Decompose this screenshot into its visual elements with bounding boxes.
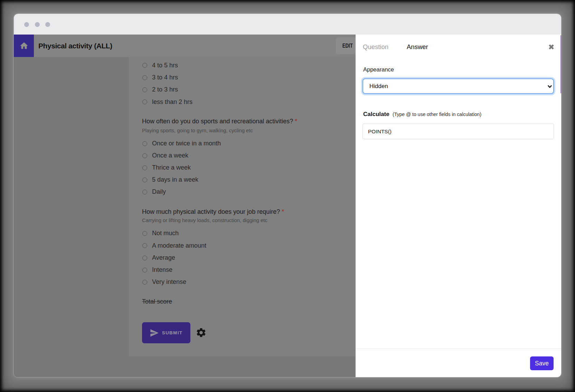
required-asterisk: * xyxy=(282,208,284,215)
chevron-down-icon xyxy=(548,85,552,89)
radio-option-label: Thrice a week xyxy=(152,164,191,171)
page-title: Physical activity (ALL) xyxy=(38,35,112,57)
browser-window: 4 to 5 hrs3 to 4 hrs2 to 3 hrsless than … xyxy=(14,14,561,377)
edit-button[interactable]: EDIT xyxy=(336,37,356,54)
radio-option-label: Daily xyxy=(152,188,166,195)
dimmed-form-area: 4 to 5 hrs3 to 4 hrs2 to 3 hrsless than … xyxy=(14,35,356,377)
window-titlebar xyxy=(14,14,561,35)
radio-option-row[interactable]: less than 2 hrs xyxy=(129,96,336,108)
radio-option-label: 3 to 4 hrs xyxy=(152,74,178,81)
radio-circle-icon[interactable] xyxy=(142,280,147,285)
radio-circle-icon[interactable] xyxy=(142,141,147,146)
send-icon xyxy=(150,329,159,337)
window-content: 4 to 5 hrs3 to 4 hrs2 to 3 hrsless than … xyxy=(14,35,561,377)
required-asterisk: * xyxy=(295,118,297,125)
tab-answer[interactable]: Answer xyxy=(407,35,428,59)
radio-circle-icon[interactable] xyxy=(142,153,147,158)
radio-option-row[interactable]: Very intense xyxy=(129,276,336,288)
home-icon xyxy=(19,41,29,50)
question-label: How often do you do sports and recreatio… xyxy=(142,118,297,125)
appearance-label: Appearance xyxy=(363,66,394,73)
radio-circle-icon[interactable] xyxy=(142,165,147,170)
appearance-select-value: Hidden xyxy=(369,83,388,90)
radio-circle-icon[interactable] xyxy=(142,99,147,104)
radio-option-row[interactable]: Intense xyxy=(129,264,336,276)
radio-option-label: Once a week xyxy=(152,152,188,159)
radio-option-label: 5 days in a week xyxy=(152,176,198,183)
form-settings-button[interactable] xyxy=(196,327,207,338)
traffic-light-dots xyxy=(24,22,50,27)
calculate-hint: (Type @ to use other fields in calculati… xyxy=(393,112,481,117)
radio-option-label: Intense xyxy=(152,266,172,274)
radio-option-row[interactable]: Once or twice in a month xyxy=(129,138,336,150)
radio-option-row[interactable]: Once a week xyxy=(129,150,336,162)
question-hint: Carrying or lifting heavy loads, constru… xyxy=(142,218,267,223)
question-text: How much physical activity does your job… xyxy=(142,208,280,215)
calculate-label-row: Calculate (Type @ to use other fields in… xyxy=(363,111,481,118)
question-hint: Playing sports, going to gym, walking, c… xyxy=(142,128,253,133)
close-icon[interactable] xyxy=(548,44,554,50)
radio-option-row[interactable]: 4 to 5 hrs xyxy=(129,59,336,71)
appearance-select[interactable]: Hidden xyxy=(362,78,554,94)
submit-button[interactable]: SUBMIT xyxy=(142,322,190,343)
radio-option-label: Very intense xyxy=(152,278,186,286)
form-card: 4 to 5 hrs3 to 4 hrs2 to 3 hrsless than … xyxy=(129,57,356,356)
radio-circle-icon[interactable] xyxy=(142,268,147,273)
calculate-input-value: POINTS() xyxy=(368,128,392,135)
traffic-dot[interactable] xyxy=(45,22,50,27)
question-settings-panel: Question Answer Appearance Hidden Calcul… xyxy=(356,35,561,377)
radio-option-row[interactable]: 3 to 4 hrs xyxy=(129,72,336,84)
app-header: Physical activity (ALL) EDIT xyxy=(14,35,356,57)
radio-option-label: 4 to 5 hrs xyxy=(152,62,178,69)
gear-icon xyxy=(196,327,207,338)
radio-option-label: less than 2 hrs xyxy=(152,98,192,106)
radio-option-row[interactable]: A moderate amount xyxy=(129,240,336,251)
radio-option-row[interactable]: 2 to 3 hrs xyxy=(129,84,336,96)
scrollbar-thumb[interactable] xyxy=(560,35,562,93)
question-label: How much physical activity does your job… xyxy=(142,208,284,216)
radio-circle-icon[interactable] xyxy=(142,256,147,260)
traffic-dot[interactable] xyxy=(35,22,40,27)
panel-tabs: Question Answer xyxy=(356,35,561,59)
radio-circle-icon[interactable] xyxy=(142,75,147,80)
radio-option-label: Average xyxy=(152,254,175,261)
total-score-label: Total score xyxy=(142,298,172,305)
radio-circle-icon[interactable] xyxy=(142,178,147,182)
radio-option-row[interactable]: Not much xyxy=(129,228,336,239)
radio-circle-icon[interactable] xyxy=(142,243,147,248)
radio-option-label: Once or twice in a month xyxy=(152,140,221,147)
save-button[interactable]: Save xyxy=(530,356,554,370)
traffic-dot[interactable] xyxy=(24,22,29,27)
radio-circle-icon[interactable] xyxy=(142,190,147,194)
submit-label: SUBMIT xyxy=(162,330,183,335)
radio-option-label: 2 to 3 hrs xyxy=(152,86,178,93)
calculate-label: Calculate xyxy=(363,111,389,117)
radio-circle-icon[interactable] xyxy=(142,87,147,92)
radio-circle-icon[interactable] xyxy=(142,231,147,236)
edit-button-label: EDIT xyxy=(342,42,353,49)
calculate-input[interactable]: POINTS() xyxy=(362,124,554,139)
radio-option-row[interactable]: Daily xyxy=(129,186,336,198)
footer-divider xyxy=(356,348,561,349)
tab-question[interactable]: Question xyxy=(363,35,388,59)
question-text: How often do you do sports and recreatio… xyxy=(142,118,293,125)
radio-option-label: A moderate amount xyxy=(152,242,206,249)
radio-option-row[interactable]: Thrice a week xyxy=(129,162,336,174)
radio-option-label: Not much xyxy=(152,230,179,237)
radio-circle-icon[interactable] xyxy=(142,63,147,68)
radio-option-row[interactable]: Average xyxy=(129,252,336,264)
radio-option-row[interactable]: 5 days in a week xyxy=(129,174,336,186)
home-button[interactable] xyxy=(14,35,34,57)
